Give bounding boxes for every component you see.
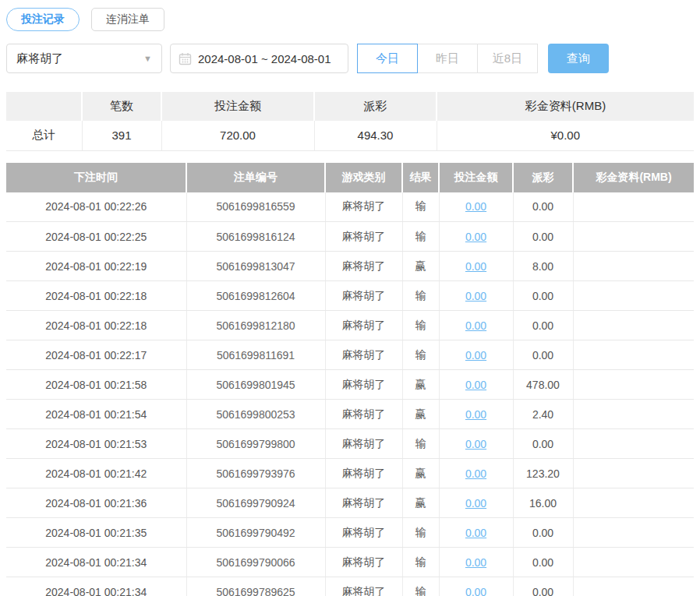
bet-amount-link[interactable]: 0.00 [465,290,486,302]
table-row: 2024-08-01 00:21:425061699793976麻将胡了赢0.0… [6,459,694,488]
bet-amount-link[interactable]: 0.00 [465,556,486,569]
cell-order-id: 5061699812604 [186,281,325,311]
table-row: 2024-08-01 00:22:175061699811691麻将胡了输0.0… [6,340,694,370]
cell-bet-time: 2024-08-01 00:22:18 [6,281,186,311]
cell-result: 赢 [402,459,439,488]
table-row: 2024-08-01 00:22:255061699816124麻将胡了输0.0… [6,222,694,252]
cell-result: 赢 [402,400,439,429]
cell-result: 赢 [402,252,439,281]
cell-bonus [573,311,694,340]
table-row: 2024-08-01 00:21:355061699790492麻将胡了输0.0… [6,518,694,548]
cell-bet-amount: 0.00 [439,222,513,252]
cell-result: 输 [402,222,439,252]
cell-bet-amount: 0.00 [439,577,513,596]
cell-result: 输 [402,577,439,596]
cell-game-type: 麻将胡了 [325,252,402,281]
bet-amount-link[interactable]: 0.00 [465,231,486,243]
cell-bonus [573,488,694,518]
table-row: 2024-08-01 00:22:185061699812604麻将胡了输0.0… [6,281,694,311]
game-type-select-value: 麻将胡了 [16,51,63,66]
search-button[interactable]: 查询 [548,44,609,73]
summary-total-bet-amount: 720.00 [161,121,314,150]
cell-game-type: 麻将胡了 [325,488,402,518]
cell-bonus [573,400,694,429]
cell-payout: 0.00 [513,222,573,252]
table-row: 2024-08-01 00:21:345061699790066麻将胡了输0.0… [6,548,694,577]
cell-bet-time: 2024-08-01 00:21:34 [6,577,186,596]
cell-bonus [573,518,694,548]
table-row: 2024-08-01 00:21:585061699801945麻将胡了赢0.0… [6,370,694,400]
cell-result: 输 [402,192,439,222]
cell-bet-time: 2024-08-01 00:22:17 [6,340,186,370]
bet-amount-link[interactable]: 0.00 [465,200,486,213]
cell-payout: 0.00 [513,429,573,459]
cell-bonus [573,252,694,281]
cell-bet-time: 2024-08-01 00:22:25 [6,222,186,252]
bet-amount-link[interactable]: 0.00 [465,467,486,480]
quick-range-yesterday[interactable]: 昨日 [417,44,478,73]
cell-game-type: 麻将胡了 [325,459,402,488]
table-row: 2024-08-01 00:21:545061699800253麻将胡了赢0.0… [6,400,694,429]
bet-amount-link[interactable]: 0.00 [465,319,486,332]
cell-order-id: 5061699790924 [186,488,325,518]
cell-payout: 0.00 [513,548,573,577]
cell-bet-amount: 0.00 [439,281,513,311]
cell-bonus [573,192,694,222]
date-range-input[interactable]: 2024-08-01 ~ 2024-08-01 [170,44,348,73]
bet-amount-link[interactable]: 0.00 [465,527,486,539]
cell-order-id: 5061699801945 [186,370,325,400]
bet-amount-link[interactable]: 0.00 [465,408,486,421]
bet-amount-link[interactable]: 0.00 [465,586,486,596]
chevron-down-icon: ▼ [143,54,152,63]
cell-order-id: 5061699812180 [186,311,325,340]
cell-bet-time: 2024-08-01 00:22:18 [6,311,186,340]
cell-order-id: 5061699816559 [186,192,325,222]
game-type-select[interactable]: 麻将胡了 ▼ [6,44,162,73]
bet-records-table: 下注时间 注单编号 游戏类别 结果 投注金额 派彩 彩金资料(RMB) 2024… [6,163,694,596]
cell-bet-time: 2024-08-01 00:22:26 [6,192,186,222]
cell-bonus [573,340,694,370]
cell-bet-time: 2024-08-01 00:21:53 [6,429,186,459]
tab-bet-records[interactable]: 投注记录 [6,8,80,31]
bet-table-body: 2024-08-01 00:22:265061699816559麻将胡了输0.0… [6,192,694,596]
cell-bonus [573,370,694,400]
cell-game-type: 麻将胡了 [325,518,402,548]
quick-range-last8days[interactable]: 近8日 [477,44,538,73]
bet-amount-link[interactable]: 0.00 [465,379,486,391]
summary-col-bet-amount: 投注金额 [161,92,314,121]
bet-amount-link[interactable]: 0.00 [465,497,486,510]
cell-bet-time: 2024-08-01 00:21:35 [6,518,186,548]
cell-order-id: 5061699799800 [186,429,325,459]
table-row: 2024-08-01 00:22:185061699812180麻将胡了输0.0… [6,311,694,340]
cell-game-type: 麻将胡了 [325,577,402,596]
cell-result: 输 [402,340,439,370]
cell-bet-amount: 0.00 [439,488,513,518]
cell-payout: 0.00 [513,577,573,596]
cell-bet-time: 2024-08-01 00:21:54 [6,400,186,429]
cell-order-id: 5061699811691 [186,340,325,370]
bet-amount-link[interactable]: 0.00 [465,438,486,450]
cell-payout: 0.00 [513,281,573,311]
cell-bet-amount: 0.00 [439,370,513,400]
summary-total-row: 总计 391 720.00 494.30 ¥0.00 [6,121,694,150]
bet-amount-link[interactable]: 0.00 [465,260,486,273]
cell-payout: 2.40 [513,400,573,429]
col-header-result: 结果 [402,163,439,192]
cell-order-id: 5061699790492 [186,518,325,548]
cell-payout: 16.00 [513,488,573,518]
bet-records-page: 投注记录 连消注单 麻将胡了 ▼ 2024-08-01 ~ 2024-08-01 [0,0,700,596]
tab-cancelled-orders[interactable]: 连消注单 [91,8,164,31]
quick-range-group: 今日 昨日 近8日 [357,44,538,73]
cell-game-type: 麻将胡了 [325,222,402,252]
table-row: 2024-08-01 00:21:365061699790924麻将胡了赢0.0… [6,488,694,518]
cell-payout: 123.20 [513,459,573,488]
col-header-payout: 派彩 [513,163,573,192]
cell-bet-amount: 0.00 [439,340,513,370]
quick-range-today[interactable]: 今日 [357,44,418,73]
cell-bonus [573,222,694,252]
cell-payout: 8.00 [513,252,573,281]
bet-amount-link[interactable]: 0.00 [465,349,486,361]
table-row: 2024-08-01 00:22:195061699813047麻将胡了赢0.0… [6,252,694,281]
cell-bonus [573,281,694,311]
cell-game-type: 麻将胡了 [325,548,402,577]
